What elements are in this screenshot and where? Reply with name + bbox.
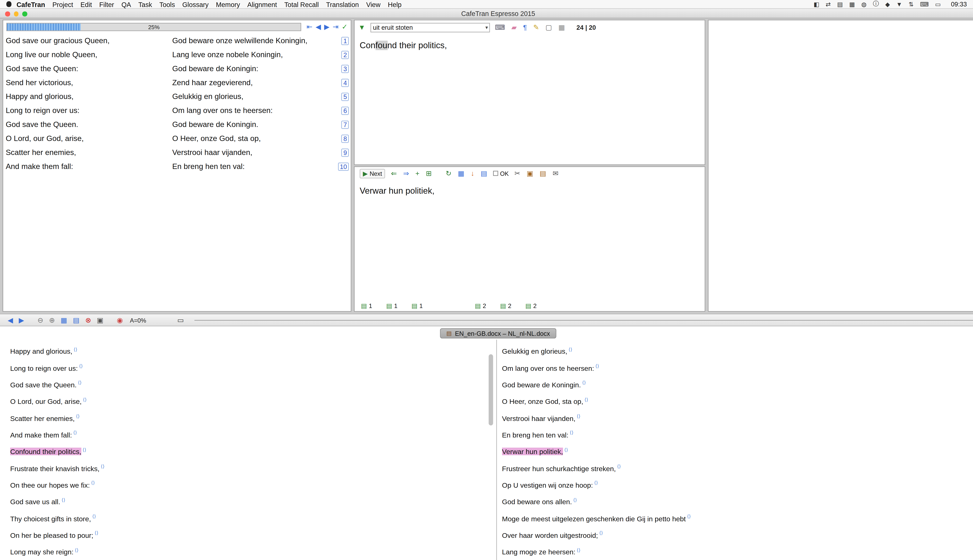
ok-toggle[interactable]: OK [493, 170, 509, 177]
download-icon[interactable]: ↓ [471, 170, 474, 177]
chevron-down-icon[interactable]: ▾ [485, 25, 489, 30]
doc-line[interactable]: O Heer, onze God, sta op,⟨⟩ [502, 393, 973, 410]
next-segment-icon[interactable]: ▶ [324, 23, 329, 31]
previous-segment-icon[interactable]: ◀ [316, 23, 321, 31]
keyboard-icon[interactable]: ⌨ [920, 1, 929, 8]
filter-icon[interactable]: ▼ [358, 23, 366, 31]
source-segment-text[interactable]: Confound their politics, [354, 34, 705, 57]
doc-line[interactable]: Om lang over ons te heersen:⟨⟩ [502, 360, 973, 376]
grid-source-cell[interactable]: Long to reign over us: [3, 106, 171, 115]
grid-icon[interactable]: ▦ [558, 23, 565, 31]
copy-icon[interactable]: ▣ [527, 169, 533, 177]
grid-target-cell[interactable]: Zend haar zegevierend, [171, 78, 336, 87]
next-button[interactable]: ▶ Next [359, 168, 385, 178]
grid-row[interactable]: And make them fall: En breng hen ten val… [3, 160, 351, 173]
updown-icon[interactable]: ⇅ [909, 1, 914, 8]
doc-line[interactable]: Frustreer hun schurkachtige streken,⟨⟩ [502, 460, 973, 477]
dropbox-icon[interactable]: ◆ [885, 1, 890, 8]
pilcrow-icon[interactable]: ¶ [523, 23, 527, 31]
mail-icon[interactable]: ✉ [553, 169, 558, 177]
grid-row[interactable]: God save the Queen. God beware de Koning… [3, 117, 351, 132]
grid-row[interactable]: God save our gracious Queen, God beware … [3, 33, 351, 48]
doc-line[interactable]: Long to reign over us:⟨⟩ [10, 360, 489, 376]
info-icon[interactable]: ⓘ [873, 0, 879, 8]
doc-line[interactable]: Verstrooi haar vijanden,⟨⟩ [502, 410, 973, 427]
match-balls-icon[interactable]: ◉ [117, 316, 123, 324]
pane-divider[interactable] [496, 340, 497, 560]
doc-line[interactable]: Moge de meest uitgelezen geschenken die … [502, 510, 973, 527]
search-input[interactable] [371, 24, 485, 31]
refresh-icon[interactable]: ↻ [446, 169, 451, 177]
menu-item[interactable]: Help [388, 0, 402, 8]
minimize-window-button[interactable] [13, 12, 18, 16]
screen-icon[interactable]: ▭ [177, 316, 184, 324]
doc-line[interactable]: Gelukkig en glorieus,⟨⟩ [502, 343, 973, 360]
doc-line[interactable]: Happy and glorious,⟨⟩ [10, 343, 489, 360]
insert-match-icon[interactable]: ⇒ [403, 169, 409, 177]
transfer-source-icon[interactable]: ⇐ [391, 169, 397, 177]
doc-line[interactable]: On her be pleased to pour;⟨⟩ [10, 527, 489, 543]
add-term-icon[interactable]: + [415, 170, 420, 177]
cut-icon[interactable]: ✂ [515, 169, 520, 177]
menu-item[interactable]: Memory [216, 0, 240, 8]
sync-icon[interactable]: ⇄ [826, 1, 831, 8]
grid-row[interactable]: Long to reign over us: Om lang over ons … [3, 103, 351, 117]
doc-line[interactable]: God save us all.⟨⟩ [10, 493, 489, 510]
grid-source-cell[interactable]: Scatter her enemies, [3, 148, 171, 157]
apple-menu-icon[interactable] [7, 2, 12, 7]
table-view-icon[interactable]: ▤ [73, 316, 80, 324]
menu-item[interactable]: CafeTran [17, 0, 45, 8]
grid-source-cell[interactable]: And make them fall: [3, 162, 171, 171]
zoom-out-icon[interactable]: ⊖ [37, 316, 43, 324]
grid-source-cell[interactable]: God save our gracious Queen, [3, 36, 171, 45]
doc-line[interactable]: And make them fall:⟨⟩ [10, 427, 489, 443]
doc-line[interactable]: Op U vestigen wij onze hoop:⟨⟩ [502, 477, 973, 493]
doc-line[interactable]: Confound their politics,⟨⟩ [10, 443, 489, 460]
doc-line[interactable]: God beware ons allen.⟨⟩ [502, 493, 973, 510]
grid-row[interactable]: Send her victorious, Zend haar zegeviere… [3, 76, 351, 90]
grid-target-cell[interactable]: Om lang over ons te heersen: [171, 106, 336, 115]
zoom-window-button[interactable] [22, 12, 27, 16]
doc-line[interactable]: En breng hen ten val:⟨⟩ [502, 427, 973, 443]
check-segment-icon[interactable]: ✓ [342, 23, 348, 31]
menu-item[interactable]: View [366, 0, 381, 8]
grid-target-cell[interactable]: O Heer, onze God, sta op, [171, 134, 336, 143]
doc-line[interactable]: Frustrate their knavish tricks,⟨⟩ [10, 460, 489, 477]
grid-source-cell[interactable]: God save the Queen: [3, 64, 171, 73]
glossary-grid-icon[interactable]: ▦ [458, 169, 465, 177]
close-document-icon[interactable]: ⊗ [85, 316, 91, 324]
first-segment-icon[interactable]: ⇤ [306, 23, 312, 31]
menu-item[interactable]: Alignment [247, 0, 277, 8]
menu-extra-icon[interactable]: ▼ [896, 1, 902, 8]
grid-target-cell[interactable]: God beware onze welwillende Koningin, [171, 36, 336, 45]
chart-icon[interactable]: ▦ [849, 1, 855, 8]
grid-row[interactable]: God save the Queen: God beware de Koning… [3, 62, 351, 76]
menu-item[interactable]: Project [52, 0, 73, 8]
doc-line[interactable]: On thee our hopes we fix:⟨⟩ [10, 477, 489, 493]
highlighter-icon[interactable]: ✎ [533, 23, 539, 31]
zoom-slider[interactable] [195, 316, 973, 324]
doc-line[interactable]: Over haar worden uitgestrooid;⟨⟩ [502, 527, 973, 543]
menu-item[interactable]: Edit [80, 0, 92, 8]
grid-target-cell[interactable]: Verstrooi haar vijanden, [171, 148, 336, 157]
eraser-icon[interactable]: ▰ [512, 23, 517, 31]
doc-line[interactable]: O Lord, our God, arise,⟨⟩ [10, 393, 489, 410]
doc-line[interactable]: Thy choicest gifts in store,⟨⟩ [10, 510, 489, 527]
menu-item[interactable]: QA [121, 0, 131, 8]
grid-target-cell[interactable]: En breng hen ten val: [171, 162, 336, 171]
target-segment-text[interactable]: Verwar hun politiek, [354, 180, 705, 202]
ok-checkbox[interactable] [493, 171, 498, 176]
paste-icon[interactable]: ▤ [540, 169, 546, 177]
menu-item[interactable]: Tools [159, 0, 175, 8]
memory-table-icon[interactable]: ▤ [481, 169, 487, 177]
doc-line[interactable]: Scatter her enemies,⟨⟩ [10, 410, 489, 427]
widget-icon[interactable]: ◧ [814, 1, 819, 8]
checkbox-icon[interactable]: ▢ [545, 23, 552, 31]
grid-source-cell[interactable]: God save the Queen. [3, 120, 171, 129]
grid-target-cell[interactable]: Lang leve onze nobele Koningin, [171, 50, 336, 59]
grid-row[interactable]: O Lord, our God, arise, O Heer, onze God… [3, 132, 351, 145]
grid-target-cell[interactable]: God beware de Koningin. [171, 120, 336, 129]
grid-source-cell[interactable]: Happy and glorious, [3, 92, 171, 101]
doc-line[interactable]: God save the Queen.⟨⟩ [10, 376, 489, 393]
grid-source-cell[interactable]: Long live our noble Queen, [3, 50, 171, 59]
